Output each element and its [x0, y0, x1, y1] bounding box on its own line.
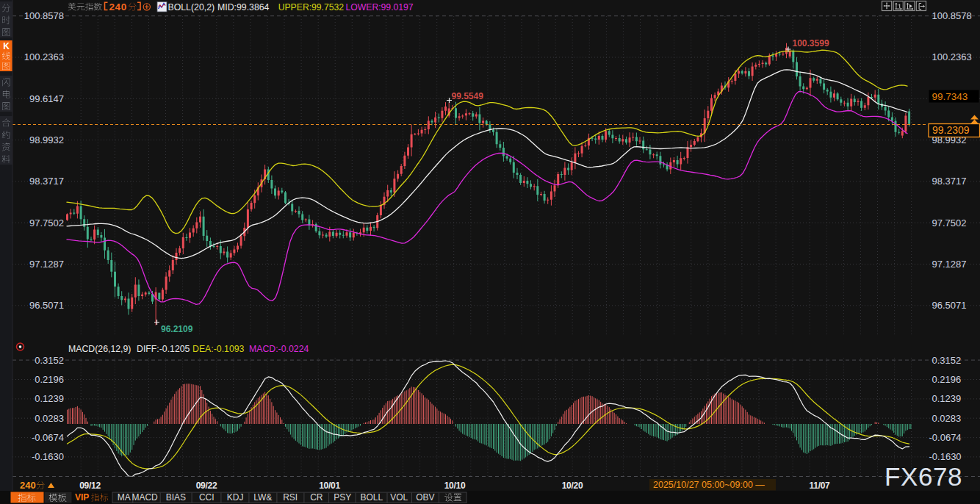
svg-text:BOLL: BOLL [360, 492, 383, 503]
svg-text:100.2363: 100.2363 [932, 51, 972, 62]
svg-text:CR: CR [310, 492, 323, 503]
svg-text:BIAS: BIAS [166, 492, 186, 503]
svg-text:98.3717: 98.3717 [29, 176, 64, 187]
svg-text:-0.1630: -0.1630 [32, 451, 64, 462]
svg-text:MACD: MACD [131, 492, 158, 503]
svg-text:100.8578: 100.8578 [24, 10, 64, 21]
svg-text:RSI: RSI [283, 492, 298, 503]
svg-text:100.8578: 100.8578 [932, 10, 972, 21]
svg-text:97.7502: 97.7502 [932, 217, 967, 228]
svg-text:100.2363: 100.2363 [24, 51, 64, 62]
svg-text:0.0283: 0.0283 [932, 413, 962, 424]
svg-text:97.7502: 97.7502 [29, 217, 64, 228]
svg-text:99.5549: 99.5549 [452, 91, 484, 101]
svg-text:10/01: 10/01 [319, 480, 340, 491]
svg-text:PSY: PSY [334, 492, 351, 503]
svg-text:96.5071: 96.5071 [29, 300, 64, 311]
svg-text:11/07: 11/07 [810, 480, 830, 491]
svg-text:240: 240 [20, 480, 36, 491]
svg-text:-0.0674: -0.0674 [32, 432, 64, 443]
svg-text:96.2109: 96.2109 [161, 324, 193, 334]
svg-text:97.1287: 97.1287 [932, 259, 967, 270]
svg-text:99.2309: 99.2309 [932, 124, 970, 136]
svg-text:97.1287: 97.1287 [29, 259, 64, 270]
svg-text:MID:99.3864: MID:99.3864 [217, 2, 270, 12]
svg-text:LW&: LW& [253, 492, 272, 503]
svg-text:OBV: OBV [416, 492, 434, 503]
svg-text:K: K [3, 41, 10, 51]
svg-text:DEA:-0.1093: DEA:-0.1093 [192, 344, 245, 354]
svg-text:MACD(26,12,9): MACD(26,12,9) [68, 344, 131, 354]
svg-text:0.3152: 0.3152 [932, 355, 962, 366]
svg-text:99.7343: 99.7343 [932, 91, 968, 102]
svg-text:10/10: 10/10 [444, 480, 466, 491]
svg-text:0.2196: 0.2196 [35, 374, 64, 385]
svg-text:0.1239: 0.1239 [932, 393, 962, 404]
svg-text:BOLL(20,2): BOLL(20,2) [168, 2, 215, 12]
svg-text:MACD:-0.0224: MACD:-0.0224 [249, 344, 309, 354]
svg-text:UPPER:99.7532: UPPER:99.7532 [278, 2, 345, 12]
svg-text:100.3599: 100.3599 [793, 38, 829, 48]
svg-text:VOL: VOL [390, 492, 408, 503]
svg-text:CCI: CCI [199, 492, 215, 503]
svg-text:0.0283: 0.0283 [35, 413, 64, 424]
svg-text:-0.0674: -0.0674 [929, 432, 962, 443]
svg-text:-0.1630: -0.1630 [929, 451, 962, 462]
svg-text:FX678: FX678 [884, 462, 962, 491]
svg-text:VIP: VIP [75, 492, 89, 503]
svg-text:2025/10/27 05:00~09:00 —: 2025/10/27 05:00~09:00 — [653, 480, 765, 490]
svg-text:10/20: 10/20 [562, 480, 583, 491]
svg-text:09/22: 09/22 [196, 480, 217, 491]
svg-text:DIFF:-0.1205: DIFF:-0.1205 [137, 344, 190, 354]
svg-text:LOWER:99.0197: LOWER:99.0197 [346, 2, 414, 12]
svg-text:0.3152: 0.3152 [35, 355, 64, 366]
svg-text:99.6147: 99.6147 [29, 93, 64, 104]
svg-text:96.5071: 96.5071 [932, 300, 967, 311]
svg-text:09/12: 09/12 [79, 480, 101, 491]
svg-text:0.1239: 0.1239 [35, 393, 64, 404]
svg-text:98.9932: 98.9932 [29, 134, 64, 145]
svg-text:240: 240 [109, 1, 127, 12]
svg-text:MA: MA [118, 492, 131, 503]
svg-text:0.2196: 0.2196 [932, 374, 962, 385]
svg-text:98.3717: 98.3717 [932, 176, 967, 187]
svg-text:KDJ: KDJ [227, 492, 244, 503]
